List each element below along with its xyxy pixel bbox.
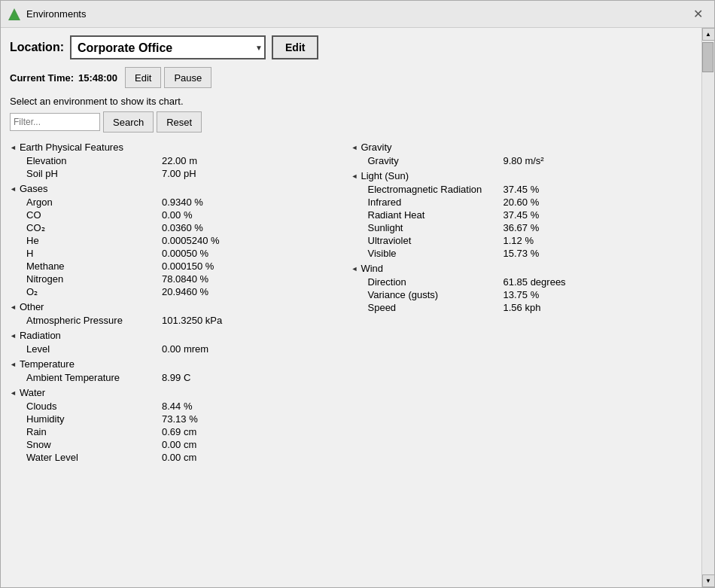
leaf-value: 0.00050 % bbox=[162, 248, 208, 259]
group-header[interactable]: ◄Temperature bbox=[10, 357, 351, 371]
leaf-row[interactable]: CO₂0.0360 % bbox=[10, 221, 351, 234]
main-area: Location: Corporate Office ▼ Edit Curren… bbox=[1, 28, 701, 587]
leaf-row[interactable]: Visible15.73 % bbox=[351, 247, 693, 260]
leaf-value: 7.00 pH bbox=[162, 168, 196, 179]
leaf-row[interactable]: O₂20.9460 % bbox=[10, 285, 351, 298]
scroll-down-button[interactable]: ▼ bbox=[702, 574, 715, 587]
search-button[interactable]: Search bbox=[103, 111, 154, 133]
leaf-name: Ambient Temperature bbox=[26, 372, 162, 383]
leaf-row[interactable]: Rain0.69 cm bbox=[10, 425, 351, 438]
right-tree-column: ◄GravityGravity9.80 m/s²◄Light (Sun)Elec… bbox=[351, 140, 693, 580]
leaf-row[interactable]: Ambient Temperature8.99 C bbox=[10, 371, 351, 384]
group-collapse-icon: ◄ bbox=[10, 144, 17, 151]
leaf-row[interactable]: Variance (gusts)13.75 % bbox=[351, 288, 693, 301]
tree-group: ◄Earth Physical FeaturesElevation22.00 m… bbox=[10, 140, 351, 180]
leaf-name: Water Level bbox=[26, 452, 162, 463]
app-icon bbox=[7, 7, 22, 22]
leaf-name: Argon bbox=[26, 197, 162, 208]
leaf-row[interactable]: Soil pH7.00 pH bbox=[10, 167, 351, 180]
leaf-row[interactable]: Nitrogen78.0840 % bbox=[10, 273, 351, 285]
time-edit-button[interactable]: Edit bbox=[125, 67, 161, 88]
leaf-row[interactable]: Infrared20.60 % bbox=[351, 196, 693, 209]
leaf-row[interactable]: Atmospheric Pressure101.3250 kPa bbox=[10, 314, 351, 327]
leaf-row[interactable]: Direction61.85 degrees bbox=[351, 276, 693, 288]
tree-group: ◄RadiationLevel0.00 mrem bbox=[10, 328, 351, 355]
group-header[interactable]: ◄Water bbox=[10, 385, 351, 400]
leaf-name: Visible bbox=[368, 248, 504, 259]
leaf-row[interactable]: Ultraviolet1.12 % bbox=[351, 234, 693, 247]
leaf-name: Sunlight bbox=[368, 222, 504, 233]
leaf-value: 61.85 degrees bbox=[504, 276, 566, 288]
location-edit-button[interactable]: Edit bbox=[272, 35, 318, 59]
leaf-name: Methane bbox=[26, 260, 162, 272]
leaf-name: Direction bbox=[368, 276, 504, 288]
group-label: Temperature bbox=[20, 358, 75, 370]
leaf-row[interactable]: Sunlight36.67 % bbox=[351, 221, 693, 234]
group-label: Earth Physical Features bbox=[20, 142, 123, 153]
time-label: Current Time: bbox=[10, 72, 74, 84]
leaf-value: 8.99 C bbox=[162, 372, 190, 383]
leaf-name: Level bbox=[26, 343, 162, 355]
leaf-value: 101.3250 kPa bbox=[162, 315, 222, 326]
leaf-row[interactable]: Snow0.00 cm bbox=[10, 438, 351, 451]
leaf-row[interactable]: Radiant Heat37.45 % bbox=[351, 209, 693, 221]
leaf-value: 13.75 % bbox=[504, 289, 540, 300]
tree-group: ◄WindDirection61.85 degreesVariance (gus… bbox=[351, 261, 693, 314]
leaf-row[interactable]: Speed1.56 kph bbox=[351, 301, 693, 314]
close-button[interactable]: ✕ bbox=[687, 4, 708, 25]
leaf-name: Elevation bbox=[26, 155, 162, 166]
leaf-value: 0.69 cm bbox=[162, 426, 196, 437]
leaf-row[interactable]: Electromagnetic Radiation37.45 % bbox=[351, 183, 693, 196]
filter-input[interactable] bbox=[10, 113, 100, 131]
leaf-value: 1.56 kph bbox=[504, 302, 541, 313]
leaf-name: Speed bbox=[368, 302, 504, 313]
leaf-row[interactable]: Methane0.000150 % bbox=[10, 260, 351, 273]
leaf-value: 73.13 % bbox=[162, 413, 198, 425]
group-collapse-icon: ◄ bbox=[10, 332, 17, 340]
leaf-row[interactable]: Level0.00 mrem bbox=[10, 343, 351, 355]
pause-button[interactable]: Pause bbox=[164, 67, 211, 88]
leaf-row[interactable]: Water Level0.00 cm bbox=[10, 451, 351, 464]
leaf-name: Nitrogen bbox=[26, 273, 162, 285]
title-bar: Environments ✕ bbox=[1, 1, 714, 28]
leaf-row[interactable]: Humidity73.13 % bbox=[10, 413, 351, 425]
leaf-value: 20.60 % bbox=[504, 197, 540, 208]
leaf-value: 8.44 % bbox=[162, 401, 192, 412]
location-dropdown[interactable]: Corporate Office bbox=[70, 35, 266, 59]
left-tree-column: ◄Earth Physical FeaturesElevation22.00 m… bbox=[10, 140, 351, 580]
group-label: Gases bbox=[20, 183, 48, 194]
tree-group: ◄TemperatureAmbient Temperature8.99 C bbox=[10, 357, 351, 384]
leaf-row[interactable]: H0.00050 % bbox=[10, 247, 351, 260]
leaf-name: CO bbox=[26, 209, 162, 221]
group-collapse-icon: ◄ bbox=[10, 185, 17, 193]
leaf-row[interactable]: CO0.00 % bbox=[10, 209, 351, 221]
leaf-value: 78.0840 % bbox=[162, 273, 208, 285]
tree-group: ◄GravityGravity9.80 m/s² bbox=[351, 140, 693, 167]
leaf-value: 0.000150 % bbox=[162, 260, 214, 272]
chart-hint: Select an environment to show its chart. bbox=[10, 96, 692, 107]
leaf-value: 0.9340 % bbox=[162, 197, 203, 208]
reset-button[interactable]: Reset bbox=[157, 111, 202, 133]
tree-area: ◄Earth Physical FeaturesElevation22.00 m… bbox=[10, 140, 692, 580]
leaf-name: Atmospheric Pressure bbox=[26, 315, 162, 326]
group-collapse-icon: ◄ bbox=[351, 172, 358, 180]
leaf-row[interactable]: He0.0005240 % bbox=[10, 234, 351, 247]
leaf-row[interactable]: Elevation22.00 m bbox=[10, 154, 351, 167]
leaf-row[interactable]: Clouds8.44 % bbox=[10, 400, 351, 413]
tree-group: ◄WaterClouds8.44 %Humidity73.13 %Rain0.6… bbox=[10, 385, 351, 464]
group-header[interactable]: ◄Light (Sun) bbox=[351, 169, 693, 183]
leaf-row[interactable]: Argon0.9340 % bbox=[10, 196, 351, 209]
scrollbar-thumb[interactable] bbox=[702, 42, 713, 72]
group-header[interactable]: ◄Radiation bbox=[10, 328, 351, 343]
leaf-row[interactable]: Gravity9.80 m/s² bbox=[351, 154, 693, 167]
group-collapse-icon: ◄ bbox=[10, 389, 17, 397]
scroll-up-button[interactable]: ▲ bbox=[702, 28, 715, 41]
group-header[interactable]: ◄Other bbox=[10, 300, 351, 314]
group-header[interactable]: ◄Gases bbox=[10, 181, 351, 196]
leaf-name: Rain bbox=[26, 426, 162, 437]
group-label: Water bbox=[20, 387, 45, 398]
group-header[interactable]: ◄Wind bbox=[351, 261, 693, 276]
group-header[interactable]: ◄Earth Physical Features bbox=[10, 140, 351, 154]
group-header[interactable]: ◄Gravity bbox=[351, 140, 693, 154]
leaf-name: Humidity bbox=[26, 413, 162, 425]
